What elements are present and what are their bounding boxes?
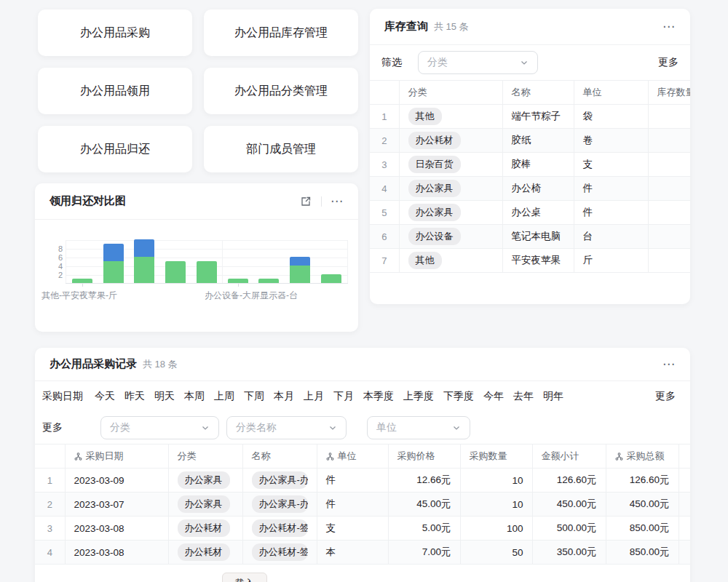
nav-button-category[interactable]: 办公用品分类管理: [204, 68, 358, 114]
more-filters-label[interactable]: 更多: [42, 421, 63, 434]
chart-panel: 领用归还对比图 ⋯ 2468 其他-平安夜苹果-斤 办公设备-大屏显示器-台: [35, 183, 358, 332]
bar-segment-blue: [290, 257, 310, 266]
table-row[interactable]: 1 2023-03-09 办公家具 办公家具-办 件 12.66元 10 126…: [35, 469, 690, 493]
col-subtotal[interactable]: 金额小计: [532, 445, 606, 469]
x-axis-tick: [82, 284, 83, 287]
header-divider: [321, 196, 322, 207]
cell-stock: [648, 177, 690, 201]
cell-qty: 10: [460, 469, 532, 493]
table-row[interactable]: 2 办公耗材 胶纸 卷: [370, 129, 690, 153]
date-option-last-quarter[interactable]: 上季度: [403, 390, 434, 403]
date-option-next-week[interactable]: 下周: [244, 390, 264, 403]
col-stock[interactable]: 库存数量: [648, 81, 690, 105]
table-row[interactable]: 1 其他 端午节粽子 袋: [370, 105, 690, 129]
date-option-last-month[interactable]: 上月: [304, 390, 324, 403]
inventory-more-link[interactable]: 更多: [658, 56, 678, 69]
cell-unit: 件: [317, 469, 388, 493]
inventory-category-select[interactable]: 分类: [418, 51, 538, 74]
cell-date: 2023-03-09: [65, 469, 168, 493]
name-tag: 办公家具-办: [252, 471, 308, 489]
cell-stock: [648, 249, 690, 273]
cell-unit: 支: [574, 153, 648, 177]
nav-button-members[interactable]: 部门成员管理: [204, 126, 358, 172]
cell-stock: [648, 201, 690, 225]
category-select[interactable]: 分类: [100, 416, 219, 439]
col-price[interactable]: 采购价格: [388, 445, 460, 469]
lookup-icon: [74, 452, 82, 463]
cell-unit: 件: [317, 493, 388, 517]
date-option-last-year[interactable]: 去年: [513, 390, 534, 403]
stacked-bar: [165, 261, 186, 283]
purchase-title: 办公用品采购记录: [50, 357, 137, 371]
date-option-next-month[interactable]: 下月: [333, 390, 354, 403]
table-row[interactable]: 2 2023-03-07 办公家具 办公家具-办 件 45.00元 10 450…: [35, 493, 690, 517]
cell-unit: 本: [317, 541, 388, 565]
stacked-bar: [197, 261, 217, 283]
date-option-this-year[interactable]: 今年: [483, 390, 504, 403]
category-tag: 其他: [408, 252, 442, 269]
load-more-button[interactable]: 载入: [222, 573, 267, 582]
col-category[interactable]: 分类: [399, 81, 502, 105]
cell-category: 办公设备: [399, 225, 502, 249]
col-unit[interactable]: 单位: [317, 445, 388, 469]
chevron-down-icon: [520, 58, 529, 67]
col-name[interactable]: 名称: [242, 445, 317, 469]
more-menu-icon[interactable]: ⋯: [331, 195, 344, 207]
table-row[interactable]: 3 2023-03-08 办公耗材 办公耗材-签 支 5.00元 100 500…: [35, 517, 690, 541]
table-row[interactable]: 5 办公家具 办公桌 件: [370, 201, 690, 225]
col-name[interactable]: 名称: [502, 81, 574, 105]
col-unit[interactable]: 单位: [574, 81, 648, 105]
col-category[interactable]: 分类: [168, 445, 242, 469]
date-option-tomorrow[interactable]: 明天: [154, 390, 175, 403]
more-menu-icon[interactable]: ⋯: [662, 358, 676, 370]
table-row[interactable]: 7 其他 平安夜苹果 斤: [370, 249, 690, 273]
cell-category: 办公耗材: [399, 129, 502, 153]
cell-category: 办公家具: [399, 177, 502, 201]
export-icon[interactable]: [299, 195, 312, 208]
date-option-this-week[interactable]: 本周: [184, 390, 205, 403]
row-index: 3: [370, 153, 399, 177]
cell-total: 450.00元: [606, 493, 678, 517]
cell-unit: 件: [574, 177, 648, 201]
col-total[interactable]: 采购总额: [606, 445, 678, 469]
stacked-bar: [103, 244, 124, 283]
date-option-yesterday[interactable]: 昨天: [124, 390, 145, 403]
nav-button-inventory[interactable]: 办公用品库存管理: [204, 9, 358, 56]
table-row[interactable]: 3 日杂百货 胶棒 支: [370, 153, 690, 177]
row-index: 3: [35, 517, 65, 541]
date-option-today[interactable]: 今天: [95, 390, 115, 403]
cell-unit: 袋: [574, 105, 648, 129]
chevron-down-icon: [452, 423, 461, 432]
nav-button-purchase[interactable]: 办公用品采购: [38, 9, 192, 56]
select-placeholder: 分类: [110, 421, 130, 434]
cell-stock: [648, 129, 690, 153]
date-option-this-month[interactable]: 本月: [274, 390, 294, 403]
category-tag: 日杂百货: [408, 156, 461, 173]
col-qty[interactable]: 采购数量: [460, 445, 532, 469]
cell-total: 850.00元: [606, 541, 678, 565]
gridline-vertical: [66, 240, 66, 283]
cell-qty: 100: [460, 517, 532, 541]
date-more-link[interactable]: 更多: [655, 390, 676, 403]
table-row[interactable]: 6 办公设备 笔记本电脑 台: [370, 225, 690, 249]
category-name-select[interactable]: 分类名称: [226, 416, 347, 439]
table-row[interactable]: 4 2023-03-08 办公耗材 办公耗材-签 本 7.00元 50 350.…: [35, 541, 690, 565]
unit-select[interactable]: 单位: [367, 416, 470, 439]
nav-button-requisition[interactable]: 办公用品领用: [38, 68, 192, 114]
cell-total: 850.00元: [606, 517, 678, 541]
more-menu-icon[interactable]: ⋯: [662, 20, 676, 33]
date-option-this-quarter[interactable]: 本季度: [363, 390, 394, 403]
cell-name: 平安夜苹果: [502, 249, 574, 273]
table-row[interactable]: 4 办公家具 办公椅 件: [370, 177, 690, 201]
cell-category: 其他: [399, 105, 502, 129]
col-date[interactable]: 采购日期: [65, 445, 168, 469]
date-option-last-week[interactable]: 上周: [214, 390, 234, 403]
cell-stock: [648, 105, 690, 129]
date-option-next-year[interactable]: 明年: [543, 390, 563, 403]
stacked-bar: [321, 274, 341, 283]
date-option-next-quarter[interactable]: 下季度: [443, 390, 474, 403]
row-index: 2: [370, 129, 399, 153]
nav-button-return[interactable]: 办公用品归还: [38, 126, 192, 172]
cell-filler: [678, 493, 690, 517]
category-tag: 办公家具: [408, 180, 461, 197]
